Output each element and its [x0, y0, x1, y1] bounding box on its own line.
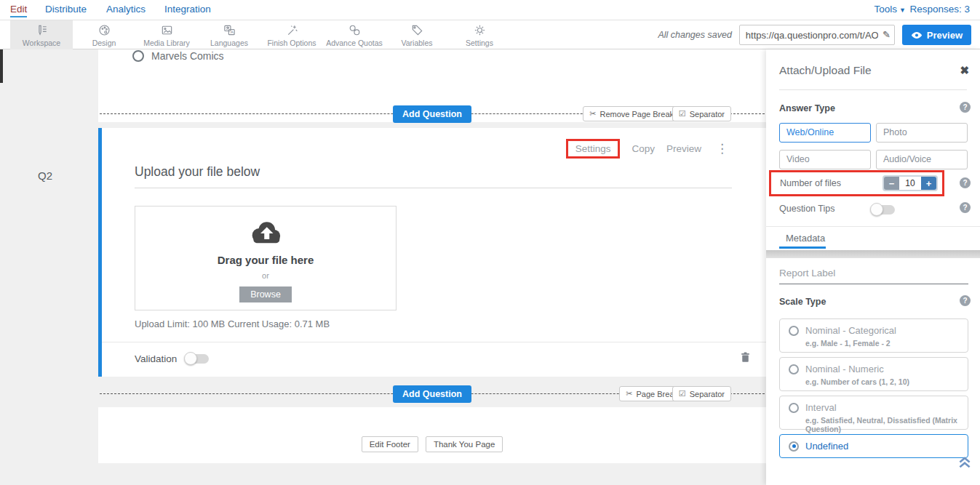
divider	[779, 89, 967, 90]
number-of-files-value[interactable]: 10	[899, 177, 921, 190]
question-actions: Settings Copy Preview ⋮	[566, 139, 728, 159]
delete-question-trash-icon[interactable]	[739, 350, 752, 364]
radio-icon[interactable]	[789, 326, 799, 336]
scale-type-label: Scale Type	[779, 297, 826, 307]
question-block-q2: Settings Copy Preview ⋮ Upload your file…	[98, 128, 766, 377]
question-tips-toggle[interactable]	[872, 205, 895, 215]
thank-you-page-button[interactable]: Thank You Page	[426, 436, 503, 452]
page-break-row-1: Add Question ✂ Remove Page Break ☑ Separ…	[98, 106, 766, 122]
tab-label: Advance Quotas	[326, 39, 383, 47]
questionpro-survey-editor: Edit Distribute Analytics Integration To…	[0, 0, 980, 485]
scale-option-example: e.g. Number of cars (1, 2, 10)	[805, 377, 959, 386]
scale-option-interval[interactable]: Interval e.g. Satisfied, Neutral, Dissat…	[779, 396, 968, 430]
eye-icon	[911, 31, 923, 39]
tab-design[interactable]: Design	[73, 20, 135, 49]
report-label-field[interactable]: Report Label	[779, 268, 968, 284]
help-icon[interactable]: ?	[960, 295, 971, 306]
nav-edit[interactable]: Edit	[10, 4, 27, 17]
scale-option-nominal-categorical[interactable]: Nominal - Categorical e.g. Male - 1, Fem…	[779, 318, 968, 353]
divider	[766, 226, 980, 227]
responses-link[interactable]: Responses: 3	[909, 4, 970, 15]
help-icon[interactable]: ?	[960, 102, 971, 113]
help-icon[interactable]: ?	[960, 202, 971, 213]
question-tips-label: Question Tips	[779, 204, 834, 214]
question-copy-button[interactable]: Copy	[632, 143, 655, 154]
media-library-icon	[160, 23, 174, 37]
answer-option-label: Marvels Comics	[151, 50, 224, 62]
design-palette-icon	[97, 23, 111, 37]
help-icon[interactable]: ?	[960, 177, 971, 188]
tab-label: Settings	[466, 39, 493, 47]
settings-gear-icon	[473, 23, 487, 37]
nav-analytics[interactable]: Analytics	[106, 4, 146, 15]
answer-type-web-online[interactable]: Web/Online	[779, 123, 871, 143]
remove-page-break-button[interactable]: ✂ Remove Page Break	[583, 106, 680, 121]
radio-icon[interactable]	[789, 364, 799, 374]
edit-url-pencil-icon[interactable]: ✎	[883, 29, 891, 40]
tools-menu[interactable]: Tools▼	[875, 4, 906, 15]
checkbox-checked-icon: ☑	[679, 389, 686, 398]
answer-type-audio-voice[interactable]: Audio/Voice	[876, 150, 968, 169]
tab-label: Variables	[402, 39, 433, 47]
tab-finish-options[interactable]: Finish Options	[260, 20, 323, 49]
tab-settings[interactable]: Settings	[448, 20, 511, 49]
survey-footer-block: Edit Footer Thank You Page	[98, 407, 766, 463]
cloud-upload-icon	[245, 218, 286, 249]
tab-variables[interactable]: Variables	[386, 20, 448, 49]
nav-distribute[interactable]: Distribute	[45, 4, 87, 15]
close-icon[interactable]: ✖	[960, 64, 969, 77]
answer-type-photo[interactable]: Photo	[876, 123, 968, 143]
preview-button[interactable]: Preview	[902, 25, 971, 45]
nav-integration[interactable]: Integration	[164, 4, 211, 15]
workspace-icon	[35, 23, 49, 37]
tab-label: Design	[92, 39, 116, 47]
tab-media-library[interactable]: Media Library	[135, 20, 198, 49]
top-nav: Edit Distribute Analytics Integration To…	[0, 0, 980, 20]
answer-type-label: Answer Type	[779, 103, 835, 113]
radio-icon[interactable]	[789, 403, 799, 413]
tab-metadata[interactable]: Metadata	[786, 233, 825, 244]
minus-icon[interactable]: −	[884, 177, 899, 190]
separator-toggle-button[interactable]: ☑ Separator	[672, 386, 731, 401]
scale-option-undefined[interactable]: Undefined	[779, 434, 968, 458]
question-preview-button[interactable]: Preview	[666, 143, 701, 154]
divider	[102, 342, 766, 342]
left-scrollbar-thumb[interactable]	[0, 49, 3, 83]
answer-type-video[interactable]: Video	[779, 150, 871, 169]
scale-option-nominal-numeric[interactable]: Nominal - Numeric e.g. Number of cars (1…	[779, 357, 968, 391]
tab-label: Workspace	[23, 39, 60, 47]
number-of-files-label: Number of files	[780, 178, 841, 188]
number-of-files-row-annotated: Number of files − 10 +	[769, 170, 944, 196]
validation-toggle[interactable]	[186, 354, 209, 364]
question-settings-panel: Attach/Upload File ✖ Answer Type ? Web/O…	[766, 49, 980, 485]
plus-icon[interactable]: +	[921, 177, 936, 190]
more-options-icon[interactable]: ⋮	[716, 141, 728, 156]
tab-languages[interactable]: A Languages	[198, 20, 260, 49]
dropzone-title: Drag your file here	[135, 254, 396, 266]
edit-footer-button[interactable]: Edit Footer	[362, 436, 418, 452]
tab-label: Languages	[210, 39, 248, 47]
collapse-chevrons-up-icon[interactable]	[957, 455, 973, 468]
number-of-files-stepper: − 10 +	[883, 175, 938, 191]
separator-toggle-button[interactable]: ☑ Separator	[672, 106, 731, 121]
checkbox-checked-icon: ☑	[679, 109, 686, 119]
question-settings-button[interactable]: Settings	[566, 139, 621, 159]
page-break-row-2: Add Question ✂ Page Break ☑ Separator	[98, 386, 766, 402]
radio-icon[interactable]	[132, 50, 144, 62]
validation-label: Validation	[135, 353, 177, 364]
tab-workspace[interactable]: Workspace	[10, 20, 73, 49]
radio-selected-icon[interactable]	[789, 441, 799, 452]
add-question-button[interactable]: Add Question	[393, 385, 471, 403]
survey-url-input[interactable]	[739, 25, 895, 45]
add-question-button[interactable]: Add Question	[393, 105, 471, 123]
horizontal-scrollbar[interactable]	[766, 250, 980, 258]
validation-row: Validation	[135, 353, 209, 364]
browse-button[interactable]: Browse	[239, 286, 292, 302]
tab-advance-quotas[interactable]: Advance Quotas	[323, 20, 386, 49]
question-title[interactable]: Upload your file below	[135, 164, 260, 180]
scissors-icon: ✂	[589, 109, 596, 119]
answer-option-row[interactable]: Marvels Comics	[132, 50, 224, 62]
chevron-down-icon: ▼	[899, 7, 906, 14]
file-dropzone[interactable]: Drag your file here or Browse	[135, 206, 397, 310]
panel-title: Attach/Upload File	[779, 64, 872, 77]
